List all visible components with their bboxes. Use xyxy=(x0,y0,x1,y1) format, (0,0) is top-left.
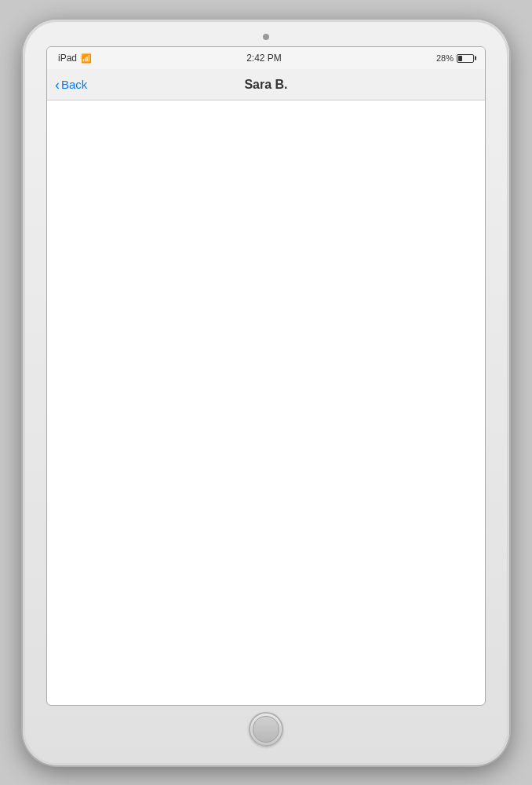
status-time: 2:42 PM xyxy=(246,53,282,64)
wifi-icon: 📶 xyxy=(81,53,92,64)
nav-title: Sara B. xyxy=(244,78,287,92)
back-button[interactable]: ‹ Back xyxy=(55,78,87,92)
battery-icon xyxy=(457,54,474,63)
back-label: Back xyxy=(61,78,87,91)
home-button[interactable] xyxy=(249,712,283,747)
back-chevron-icon: ‹ xyxy=(55,78,60,92)
battery-pct: 28% xyxy=(436,53,454,63)
camera xyxy=(263,34,269,40)
ipad-device: iPad 📶 2:42 PM 28% ‹ Back Sara B. xyxy=(23,20,509,765)
status-bar: iPad 📶 2:42 PM 28% xyxy=(47,47,485,69)
home-button-inner xyxy=(253,716,279,743)
nav-bar: ‹ Back Sara B. xyxy=(47,69,485,100)
ipad-label: iPad xyxy=(58,53,77,64)
ipad-screen: iPad 📶 2:42 PM 28% ‹ Back Sara B. xyxy=(46,46,486,706)
